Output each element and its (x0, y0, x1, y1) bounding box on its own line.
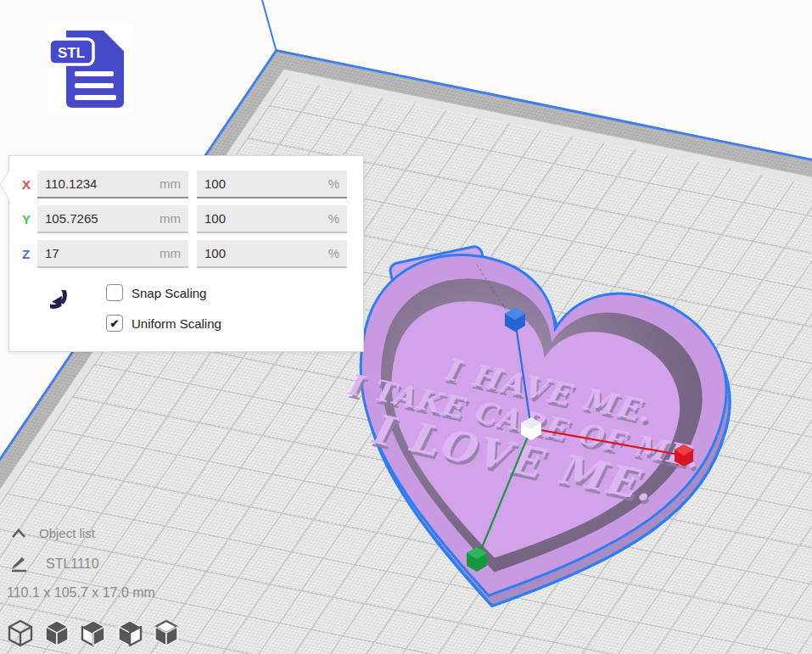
view-front-icon (46, 621, 68, 646)
scale-row-x: X 110.1234 mm 100 % (22, 170, 347, 198)
x-size-value: 110.1234 (45, 176, 97, 191)
object-name: STL1110 (46, 556, 99, 572)
view-top-icon (82, 621, 104, 646)
snap-scaling-checkbox[interactable] (106, 284, 123, 301)
x-axis-label: X (22, 177, 37, 192)
x-size-unit: mm (160, 176, 181, 191)
x-percent-value: 100 (204, 176, 226, 191)
stl-file-icon: STL (48, 24, 132, 112)
z-percent-value: 100 (204, 246, 226, 260)
object-dimensions-row: 110.1 x 105.7 x 17.0 mm (7, 585, 155, 601)
z-size-input[interactable]: 17 mm (37, 240, 188, 268)
chevron-up-icon (10, 528, 27, 539)
scale-row-z: Z 17 mm 100 % (22, 240, 347, 268)
y-percent-input[interactable]: 100 % (197, 205, 347, 233)
view-top-button[interactable] (78, 617, 109, 649)
object-dimensions: 110.1 x 105.7 x 17.0 mm (7, 585, 155, 601)
y-axis-label: Y (22, 212, 37, 226)
panel-pointer-notch (1, 170, 9, 199)
reset-scale-button[interactable] (50, 290, 84, 327)
snap-scaling-option[interactable]: Snap Scaling (106, 284, 206, 301)
uniform-check-glyph: ✔ (110, 317, 120, 330)
y-percent-unit: % (328, 211, 339, 226)
view-right-icon (155, 621, 177, 646)
viewport-3d[interactable]: I HAVE ME. I HAVE ME. I TAKE CARE OF ME.… (0, 0, 812, 654)
scale-tool-panel: X 110.1234 mm 100 % Y 105.7265 mm 100 (8, 155, 364, 352)
stl-badge-label: STL (58, 45, 85, 61)
x-percent-unit: % (328, 176, 339, 191)
object-list-label: Object list (39, 526, 95, 540)
view-right-button[interactable] (151, 617, 182, 649)
view-3d-button[interactable] (5, 617, 36, 649)
object-list-toggle[interactable]: Object list (10, 526, 95, 540)
z-percent-unit: % (328, 246, 339, 260)
y-size-value: 105.7265 (45, 211, 98, 226)
object-name-row[interactable]: STL1110 (10, 555, 99, 573)
z-percent-input[interactable]: 100 % (197, 240, 347, 268)
view-left-button[interactable] (115, 617, 145, 649)
view-3d-icon (9, 621, 31, 646)
snap-scaling-label: Snap Scaling (132, 286, 206, 300)
uniform-scaling-checkbox[interactable]: ✔ (106, 315, 123, 332)
z-axis-label: Z (22, 247, 37, 261)
edit-pencil-icon (10, 555, 29, 573)
x-percent-input[interactable]: 100 % (197, 170, 347, 198)
y-percent-value: 100 (204, 211, 226, 226)
view-front-button[interactable] (42, 617, 72, 649)
camera-view-toolbar (5, 617, 188, 649)
view-left-icon (119, 621, 141, 646)
z-size-unit: mm (160, 246, 181, 260)
uniform-scaling-label: Uniform Scaling (132, 316, 221, 331)
x-size-input[interactable]: 110.1234 mm (37, 170, 188, 198)
y-size-unit: mm (160, 211, 181, 226)
scale-row-y: Y 105.7265 mm 100 % (22, 205, 347, 233)
y-size-input[interactable]: 105.7265 mm (37, 205, 188, 233)
build-plate-corner-edge (262, 0, 276, 49)
uniform-scaling-option[interactable]: ✔ Uniform Scaling (106, 315, 221, 332)
z-size-value: 17 (45, 246, 59, 260)
